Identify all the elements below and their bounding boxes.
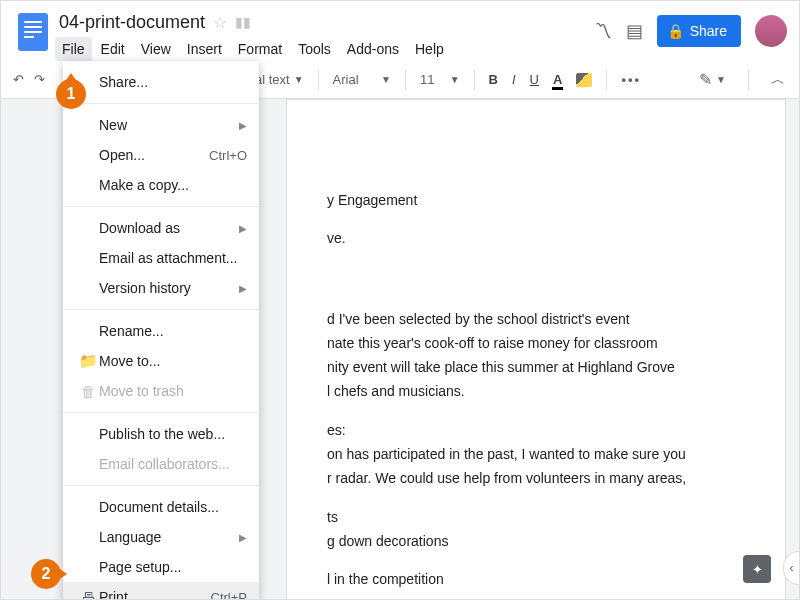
lock-icon: 🔒 (667, 23, 684, 39)
menu-item-label: Version history (99, 280, 235, 296)
file-menu-version-history[interactable]: Version history▶ (63, 273, 259, 303)
file-menu-move-to-trash: 🗑Move to trash (63, 376, 259, 406)
font-size-select[interactable]: 11 ▼ (420, 72, 460, 87)
underline-button[interactable]: U (530, 72, 539, 87)
menu-edit[interactable]: Edit (94, 37, 132, 61)
share-label: Share (690, 23, 727, 39)
redo-button[interactable]: ↷ (34, 72, 45, 87)
menu-item-label: Document details... (99, 499, 247, 515)
caret-down-icon: ▼ (450, 74, 460, 85)
file-menu-page-setup[interactable]: Page setup... (63, 552, 259, 582)
italic-button[interactable]: I (512, 72, 516, 87)
file-menu-language[interactable]: Language▶ (63, 522, 259, 552)
file-menu-download-as[interactable]: Download as▶ (63, 213, 259, 243)
pencil-icon: ✎ (699, 70, 712, 89)
menu-item-label: Print (99, 589, 211, 600)
file-menu-rename[interactable]: Rename... (63, 316, 259, 346)
doc-text-line: d I've been selected by the school distr… (327, 309, 745, 329)
menu-item-label: Make a copy... (99, 177, 247, 193)
doc-text-line: g down decorations (327, 531, 745, 551)
doc-text-line: es: (327, 420, 745, 440)
header-right: 〽 ▤ 🔒 Share (594, 9, 787, 47)
submenu-arrow-icon: ▶ (239, 223, 247, 234)
submenu-arrow-icon: ▶ (239, 283, 247, 294)
submenu-arrow-icon: ▶ (239, 532, 247, 543)
comments-icon[interactable]: ▤ (626, 20, 643, 42)
more-toolbar-button[interactable]: ••• (621, 72, 641, 87)
menu-item-label: Open... (99, 147, 209, 163)
app-header: 04-print-document ☆ ▮▮ File Edit View In… (1, 1, 799, 61)
highlight-button[interactable] (576, 73, 592, 87)
menu-help[interactable]: Help (408, 37, 451, 61)
file-menu-share[interactable]: Share... (63, 67, 259, 97)
file-menu-new[interactable]: New▶ (63, 110, 259, 140)
file-menu-email-collaborators: Email collaborators... (63, 449, 259, 479)
file-menu-email-as-attachment[interactable]: Email as attachment... (63, 243, 259, 273)
undo-button[interactable]: ↶ (13, 72, 24, 87)
file-menu-publish-to-the-web[interactable]: Publish to the web... (63, 419, 259, 449)
move-folder-icon[interactable]: ▮▮ (235, 14, 251, 30)
menu-item-label: Page setup... (99, 559, 247, 575)
doc-text-line: r radar. We could use help from voluntee… (327, 468, 745, 488)
callout-2: 2 (31, 559, 61, 589)
doc-text-line: ve. (327, 228, 745, 248)
document-page[interactable]: y Engagementve.d I've been selected by t… (286, 99, 786, 599)
docs-logo-icon[interactable] (18, 13, 48, 51)
highlighter-icon (576, 73, 592, 87)
menu-addons[interactable]: Add-ons (340, 37, 406, 61)
doc-text-line: nity event will take place this summer a… (327, 357, 745, 377)
file-menu-dropdown: Share...New▶Open...Ctrl+OMake a copy...D… (63, 61, 259, 600)
menu-item-label: Download as (99, 220, 235, 236)
menu-view[interactable]: View (134, 37, 178, 61)
doc-text-line: on has participated in the past, I wante… (327, 444, 745, 464)
paragraph-style-select[interactable]: al text ▼ (255, 72, 304, 87)
menu-item-label: Email collaborators... (99, 456, 247, 472)
star-icon[interactable]: ☆ (213, 13, 227, 32)
menu-shortcut: Ctrl+P (211, 590, 247, 601)
menu-tools[interactable]: Tools (291, 37, 338, 61)
style-label: al text (255, 72, 290, 87)
editing-mode-button[interactable]: ✎ ▼ (699, 70, 726, 89)
caret-down-icon: ▼ (716, 74, 726, 85)
file-menu-make-a-copy[interactable]: Make a copy... (63, 170, 259, 200)
menu-bar: File Edit View Insert Format Tools Add-o… (53, 37, 594, 61)
doc-text-line: nate this year's cook-off to raise money… (327, 333, 745, 353)
menu-item-label: Publish to the web... (99, 426, 247, 442)
menu-item-label: Move to trash (99, 383, 247, 399)
doc-text-line: y Engagement (327, 190, 745, 210)
logo-area (13, 9, 53, 51)
file-menu-open[interactable]: Open...Ctrl+O (63, 140, 259, 170)
menu-file[interactable]: File (55, 37, 92, 61)
submenu-arrow-icon: ▶ (239, 120, 247, 131)
menu-shortcut: Ctrl+O (209, 148, 247, 163)
explore-button[interactable]: ✦ (743, 555, 771, 583)
font-family-select[interactable]: Arial ▼ (333, 72, 391, 87)
menu-item-label: Rename... (99, 323, 247, 339)
document-title[interactable]: 04-print-document (59, 12, 205, 33)
menu-item-label: Language (99, 529, 235, 545)
file-menu-move-to[interactable]: 📁Move to... (63, 346, 259, 376)
print-icon: 🖶 (77, 589, 99, 601)
share-button[interactable]: 🔒 Share (657, 15, 741, 47)
menu-item-label: Move to... (99, 353, 247, 369)
folder-icon: 📁 (77, 352, 99, 370)
callout-1: 1 (56, 79, 86, 109)
doc-text-line: ts (327, 507, 745, 527)
avatar[interactable] (755, 15, 787, 47)
title-area: 04-print-document ☆ ▮▮ File Edit View In… (53, 9, 594, 61)
trash-icon: 🗑 (77, 383, 99, 400)
hide-menus-button[interactable]: ︿ (771, 71, 785, 89)
font-size-label: 11 (420, 72, 434, 87)
bold-button[interactable]: B (489, 72, 498, 87)
text-color-button[interactable]: A (553, 72, 562, 87)
file-menu-print[interactable]: 🖶PrintCtrl+P (63, 582, 259, 600)
trending-icon[interactable]: 〽 (594, 21, 612, 42)
caret-down-icon: ▼ (381, 74, 391, 85)
menu-insert[interactable]: Insert (180, 37, 229, 61)
font-label: Arial (333, 72, 359, 87)
menu-item-label: Share... (99, 74, 247, 90)
menu-item-label: New (99, 117, 235, 133)
menu-format[interactable]: Format (231, 37, 289, 61)
file-menu-document-details[interactable]: Document details... (63, 492, 259, 522)
doc-text-line: l in the competition (327, 569, 745, 589)
